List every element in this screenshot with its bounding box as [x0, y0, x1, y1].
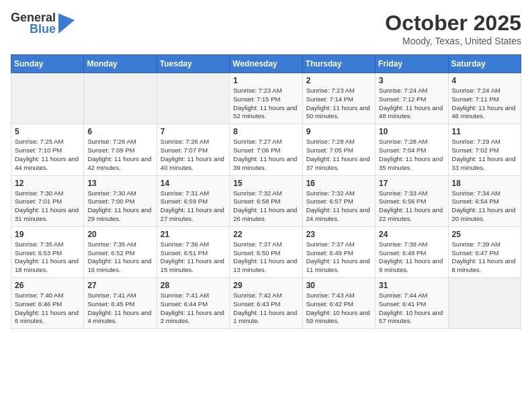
- day-number: 31: [379, 281, 444, 290]
- day-info: Sunrise: 7:30 AM Sunset: 7:00 PM Dayligh…: [87, 189, 152, 224]
- calendar-cell: 19Sunrise: 7:35 AM Sunset: 6:53 PM Dayli…: [11, 226, 84, 277]
- calendar-cell: 16Sunrise: 7:32 AM Sunset: 6:57 PM Dayli…: [302, 175, 375, 226]
- svg-marker-0: [58, 13, 75, 34]
- day-number: 15: [233, 179, 298, 188]
- day-number: 5: [15, 127, 80, 136]
- day-number: 2: [306, 76, 371, 85]
- day-number: 28: [161, 281, 226, 290]
- day-info: Sunrise: 7:38 AM Sunset: 6:48 PM Dayligh…: [379, 240, 444, 275]
- calendar-cell: 13Sunrise: 7:30 AM Sunset: 7:00 PM Dayli…: [84, 175, 157, 226]
- day-info: Sunrise: 7:26 AM Sunset: 7:09 PM Dayligh…: [87, 138, 152, 172]
- day-number: 20: [87, 230, 152, 239]
- weekday-header-saturday: Saturday: [448, 55, 521, 73]
- day-info: Sunrise: 7:32 AM Sunset: 6:58 PM Dayligh…: [233, 189, 298, 224]
- day-info: Sunrise: 7:35 AM Sunset: 6:52 PM Dayligh…: [87, 240, 152, 275]
- day-number: 12: [15, 179, 80, 188]
- day-info: Sunrise: 7:27 AM Sunset: 7:06 PM Dayligh…: [233, 138, 298, 172]
- calendar-cell: 5Sunrise: 7:25 AM Sunset: 7:10 PM Daylig…: [11, 124, 84, 175]
- day-info: Sunrise: 7:33 AM Sunset: 6:56 PM Dayligh…: [379, 189, 444, 224]
- day-info: Sunrise: 7:30 AM Sunset: 7:01 PM Dayligh…: [15, 189, 80, 224]
- day-info: Sunrise: 7:39 AM Sunset: 6:47 PM Dayligh…: [452, 240, 517, 275]
- day-number: 11: [452, 127, 517, 136]
- logo-icon: [58, 13, 75, 34]
- calendar-cell: 8Sunrise: 7:27 AM Sunset: 7:06 PM Daylig…: [230, 124, 302, 175]
- day-number: 29: [233, 281, 298, 290]
- day-info: Sunrise: 7:41 AM Sunset: 6:44 PM Dayligh…: [161, 291, 226, 326]
- calendar-cell: 20Sunrise: 7:35 AM Sunset: 6:52 PM Dayli…: [84, 226, 157, 277]
- day-info: Sunrise: 7:44 AM Sunset: 6:41 PM Dayligh…: [379, 291, 444, 326]
- day-number: 6: [87, 127, 152, 136]
- week-row-2: 5Sunrise: 7:25 AM Sunset: 7:10 PM Daylig…: [11, 124, 521, 175]
- location-text: Moody, Texas, United States: [385, 36, 521, 46]
- day-number: 19: [15, 230, 80, 239]
- calendar-cell: 22Sunrise: 7:37 AM Sunset: 6:50 PM Dayli…: [230, 226, 302, 277]
- calendar-cell: [448, 278, 521, 329]
- page-header: General Blue October 2025 Moody, Texas, …: [11, 11, 521, 46]
- calendar-cell: 26Sunrise: 7:40 AM Sunset: 6:46 PM Dayli…: [11, 278, 84, 329]
- calendar-cell: [84, 73, 157, 124]
- calendar-cell: 10Sunrise: 7:28 AM Sunset: 7:04 PM Dayli…: [375, 124, 448, 175]
- day-number: 27: [87, 281, 152, 290]
- day-number: 4: [452, 76, 517, 85]
- calendar-cell: [157, 73, 229, 124]
- title-block: October 2025 Moody, Texas, United States: [385, 11, 521, 46]
- calendar-cell: 7Sunrise: 7:26 AM Sunset: 7:07 PM Daylig…: [157, 124, 229, 175]
- day-number: 18: [452, 179, 517, 188]
- day-number: 25: [452, 230, 517, 239]
- calendar-cell: 23Sunrise: 7:37 AM Sunset: 6:49 PM Dayli…: [302, 226, 375, 277]
- logo: General Blue: [11, 11, 75, 36]
- day-info: Sunrise: 7:36 AM Sunset: 6:51 PM Dayligh…: [161, 240, 226, 275]
- day-number: 10: [379, 127, 444, 136]
- weekday-header-monday: Monday: [84, 55, 157, 73]
- weekday-header-sunday: Sunday: [11, 55, 84, 73]
- day-info: Sunrise: 7:41 AM Sunset: 6:45 PM Dayligh…: [87, 291, 152, 326]
- month-title: October 2025: [385, 11, 521, 36]
- day-info: Sunrise: 7:35 AM Sunset: 6:53 PM Dayligh…: [15, 240, 80, 275]
- calendar-cell: 2Sunrise: 7:23 AM Sunset: 7:14 PM Daylig…: [302, 73, 375, 124]
- day-number: 8: [233, 127, 298, 136]
- day-info: Sunrise: 7:29 AM Sunset: 7:02 PM Dayligh…: [452, 138, 517, 172]
- day-number: 21: [161, 230, 226, 239]
- day-number: 17: [379, 179, 444, 188]
- day-number: 1: [233, 76, 298, 85]
- calendar-cell: 24Sunrise: 7:38 AM Sunset: 6:48 PM Dayli…: [375, 226, 448, 277]
- weekday-header-thursday: Thursday: [302, 55, 375, 73]
- weekday-header-tuesday: Tuesday: [157, 55, 229, 73]
- calendar-cell: 18Sunrise: 7:34 AM Sunset: 6:54 PM Dayli…: [448, 175, 521, 226]
- day-number: 16: [306, 179, 371, 188]
- day-number: 24: [379, 230, 444, 239]
- day-number: 13: [87, 179, 152, 188]
- day-info: Sunrise: 7:43 AM Sunset: 6:42 PM Dayligh…: [306, 291, 371, 326]
- day-info: Sunrise: 7:24 AM Sunset: 7:11 PM Dayligh…: [452, 87, 517, 121]
- calendar-cell: 27Sunrise: 7:41 AM Sunset: 6:45 PM Dayli…: [84, 278, 157, 329]
- calendar-cell: 9Sunrise: 7:28 AM Sunset: 7:05 PM Daylig…: [302, 124, 375, 175]
- week-row-5: 26Sunrise: 7:40 AM Sunset: 6:46 PM Dayli…: [11, 278, 521, 329]
- day-number: 9: [306, 127, 371, 136]
- week-row-1: 1Sunrise: 7:23 AM Sunset: 7:15 PM Daylig…: [11, 73, 521, 124]
- day-info: Sunrise: 7:34 AM Sunset: 6:54 PM Dayligh…: [452, 189, 517, 224]
- day-info: Sunrise: 7:40 AM Sunset: 6:46 PM Dayligh…: [15, 291, 80, 326]
- day-info: Sunrise: 7:26 AM Sunset: 7:07 PM Dayligh…: [161, 138, 226, 172]
- day-number: 3: [379, 76, 444, 85]
- calendar-cell: 15Sunrise: 7:32 AM Sunset: 6:58 PM Dayli…: [230, 175, 302, 226]
- calendar-cell: 17Sunrise: 7:33 AM Sunset: 6:56 PM Dayli…: [375, 175, 448, 226]
- day-info: Sunrise: 7:42 AM Sunset: 6:43 PM Dayligh…: [233, 291, 298, 326]
- day-info: Sunrise: 7:28 AM Sunset: 7:05 PM Dayligh…: [306, 138, 371, 172]
- calendar-cell: 12Sunrise: 7:30 AM Sunset: 7:01 PM Dayli…: [11, 175, 84, 226]
- calendar-cell: 25Sunrise: 7:39 AM Sunset: 6:47 PM Dayli…: [448, 226, 521, 277]
- day-info: Sunrise: 7:31 AM Sunset: 6:59 PM Dayligh…: [161, 189, 226, 224]
- calendar-cell: 28Sunrise: 7:41 AM Sunset: 6:44 PM Dayli…: [157, 278, 229, 329]
- calendar-cell: [11, 73, 84, 124]
- logo-blue-text: Blue: [30, 22, 56, 36]
- day-number: 14: [161, 179, 226, 188]
- week-row-4: 19Sunrise: 7:35 AM Sunset: 6:53 PM Dayli…: [11, 226, 521, 277]
- calendar-cell: 11Sunrise: 7:29 AM Sunset: 7:02 PM Dayli…: [448, 124, 521, 175]
- calendar-cell: 6Sunrise: 7:26 AM Sunset: 7:09 PM Daylig…: [84, 124, 157, 175]
- calendar-cell: 1Sunrise: 7:23 AM Sunset: 7:15 PM Daylig…: [230, 73, 302, 124]
- calendar-cell: 29Sunrise: 7:42 AM Sunset: 6:43 PM Dayli…: [230, 278, 302, 329]
- day-number: 26: [15, 281, 80, 290]
- calendar-table: SundayMondayTuesdayWednesdayThursdayFrid…: [11, 54, 521, 329]
- day-number: 23: [306, 230, 371, 239]
- calendar-cell: 31Sunrise: 7:44 AM Sunset: 6:41 PM Dayli…: [375, 278, 448, 329]
- week-row-3: 12Sunrise: 7:30 AM Sunset: 7:01 PM Dayli…: [11, 175, 521, 226]
